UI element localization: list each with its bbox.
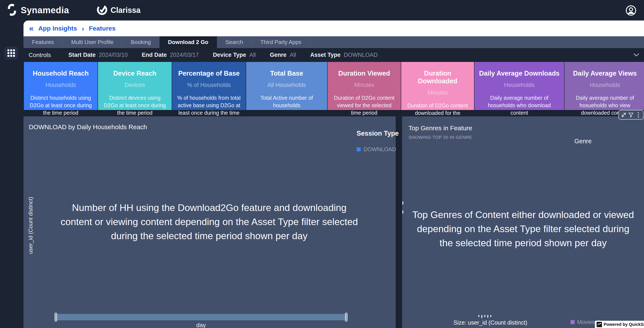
clarissa-brand: Clarissa — [96, 0, 140, 20]
kpi-title: Household Reach — [33, 70, 89, 77]
legend-swatch — [570, 320, 574, 324]
breadcrumb-link-features[interactable]: Features — [89, 25, 116, 32]
filter-end-date[interactable]: End Date 2024/03/17 — [142, 52, 199, 58]
visual-toolbar — [618, 110, 644, 120]
filter-device-type[interactable]: Device Type All — [213, 52, 256, 58]
panel-top-genres: Top Genres in Feature SHOWING TOP 20 IN … — [402, 116, 644, 328]
kpi-subtitle: All Households — [267, 82, 306, 88]
kpi-description: Total Active number of households — [254, 94, 320, 109]
clipped-axis-mark — [402, 210, 403, 214]
chart-overlay-description: Number of HH using the Download2Go featu… — [58, 201, 361, 243]
kpi-subtitle: Households — [590, 82, 620, 88]
chart-overlay-description: Top Genres of Content either downloaded … — [410, 208, 636, 250]
filter-value[interactable]: All — [250, 52, 256, 58]
kpi-description: % of households from total active base u… — [176, 94, 242, 116]
clipped-label-fragment — [478, 315, 497, 318]
scrollbar-left-handle[interactable] — [55, 312, 57, 322]
filter-value[interactable]: 2024/03/10 — [99, 52, 128, 58]
chart-subtitle: SHOWING TOP 20 IN GENRE — [408, 135, 472, 140]
tab-divider — [310, 39, 310, 46]
filter-label: Device Type — [213, 52, 246, 58]
breadcrumb: « App Insights › Features — [24, 20, 644, 36]
scrollbar-right-handle[interactable] — [345, 312, 348, 322]
filter-label: Start Date — [68, 52, 96, 58]
top-bar: Synamedia Clarissa — [0, 0, 644, 20]
kpi-description: Daily average number of hosueholds who d… — [486, 94, 552, 116]
kpi-description: Distinct devices using D2Go at least onc… — [102, 94, 168, 116]
tab-download-2-go[interactable]: Download 2 Go — [160, 36, 217, 48]
size-label: Size: user_id (Count distinct) — [454, 320, 527, 326]
kpi-subtitle: Devices — [124, 82, 145, 88]
controls-label: Controls — [28, 52, 51, 58]
chart-title: Top Genres in Feature — [408, 124, 472, 132]
left-sidebar: » — [0, 20, 24, 328]
clarissa-logo-icon — [96, 4, 108, 16]
tab-features[interactable]: Features — [24, 36, 62, 48]
kpi-title: Percentage of Base — [178, 70, 240, 77]
kpi-card-total-base: Total Base All Households Total Active n… — [246, 62, 327, 110]
kpi-cards-row: Household Reach Households Distinct hous… — [24, 62, 644, 110]
synamedia-brand: Synamedia — [7, 0, 69, 20]
tab-third-party-apps[interactable]: Third Party Apps — [252, 36, 310, 48]
kpi-title: Daily Average Downloads — [479, 70, 560, 77]
powered-by-quicksight-badge[interactable]: Powered by QuickSight — [595, 321, 644, 328]
kpi-card-duration-viewed: Duration Viewed Minutes Duration of D2Go… — [328, 62, 401, 110]
panel-daily-households-reach: DOWNLOAD by Daily Households Reach Sessi… — [24, 116, 396, 328]
filter-value[interactable]: All — [290, 52, 296, 58]
chart-title: DOWNLOAD by Daily Households Reach — [29, 124, 147, 131]
tab-search[interactable]: Search — [217, 36, 252, 48]
filter-label: End Date — [142, 52, 167, 58]
legend-title: Genre — [574, 138, 592, 145]
filter-genre[interactable]: Genre All — [270, 52, 296, 58]
breadcrumb-collapse-icon[interactable]: « — [29, 24, 34, 32]
kpi-card-percentage-of-base: Percentage of Base % of Households % of … — [172, 62, 246, 110]
kpi-title: Daily Average Views — [573, 70, 637, 77]
kpi-card-duration-downloaded: Duration Downloaded Minutes Duration of … — [401, 62, 474, 110]
kpi-title: Total Base — [270, 70, 303, 77]
maximize-icon[interactable] — [621, 112, 627, 118]
kpi-title: Duration Downloaded — [406, 70, 470, 85]
filter-value[interactable]: DOWNLOAD — [344, 52, 378, 58]
tab-bar: Features Multi User Profile Booking Down… — [24, 36, 644, 48]
legend-swatch — [356, 147, 361, 152]
account-icon[interactable] — [625, 5, 637, 16]
grid-icon — [8, 49, 15, 57]
kpi-subtitle: Households — [46, 82, 76, 88]
filter-label: Genre — [270, 52, 286, 58]
tab-booking[interactable]: Booking — [122, 36, 160, 48]
quicksight-badge-label: Powered by QuickSight — [604, 322, 644, 327]
kpi-title: Duration Viewed — [338, 70, 390, 77]
kpi-title: Device Reach — [114, 70, 156, 77]
synamedia-brand-text: Synamedia — [21, 5, 69, 16]
kpi-subtitle: Minutes — [428, 90, 448, 96]
dashboard: Synamedia Clarissa » — [0, 0, 644, 328]
filter-asset-type[interactable]: Asset Type DOWNLOAD — [310, 52, 378, 58]
legend-label: DOWNLOAD — [364, 146, 396, 153]
chevron-right-icon: › — [82, 24, 84, 33]
y-axis-label: user_id (Count distinct) — [25, 189, 36, 262]
kpi-card-device-reach: Device Reach Devices Distinct devices us… — [98, 62, 172, 110]
kpi-card-household-reach: Household Reach Households Distinct hous… — [24, 62, 98, 110]
breadcrumb-link-app-insights[interactable]: App Insights — [38, 25, 77, 32]
x-axis-range-scrollbar[interactable] — [54, 314, 348, 320]
synamedia-logo-icon — [7, 4, 17, 17]
filter-label: Asset Type — [310, 52, 340, 58]
chevron-down-icon[interactable] — [633, 53, 639, 58]
controls-grid-button[interactable] — [4, 46, 18, 59]
controls-bar: Controls Start Date 2024/03/10 End Date … — [24, 48, 644, 62]
kebab-menu-icon[interactable] — [635, 112, 641, 118]
clarissa-brand-text: Clarissa — [110, 6, 140, 15]
kpi-card-daily-average-views: Daily Average Views Households Daily ave… — [564, 62, 644, 110]
kpi-card-daily-average-downloads: Daily Average Downloads Households Daily… — [474, 62, 564, 110]
kpi-description: Duration of D2Go content viewed for the … — [332, 94, 396, 116]
filter-value[interactable]: 2024/03/17 — [170, 52, 199, 58]
filter-start-date[interactable]: Start Date 2024/03/10 — [68, 52, 128, 58]
kpi-subtitle: Households — [504, 82, 535, 88]
tab-multi-user-profile[interactable]: Multi User Profile — [63, 36, 122, 48]
x-axis-label: day — [54, 322, 348, 328]
filter-icon[interactable] — [628, 112, 634, 118]
kpi-subtitle: % of Households — [187, 82, 230, 88]
clipped-axis-mark — [402, 201, 403, 204]
kpi-description: Distinct households using D2Go at least … — [28, 94, 93, 116]
kpi-subtitle: Minutes — [354, 82, 374, 88]
